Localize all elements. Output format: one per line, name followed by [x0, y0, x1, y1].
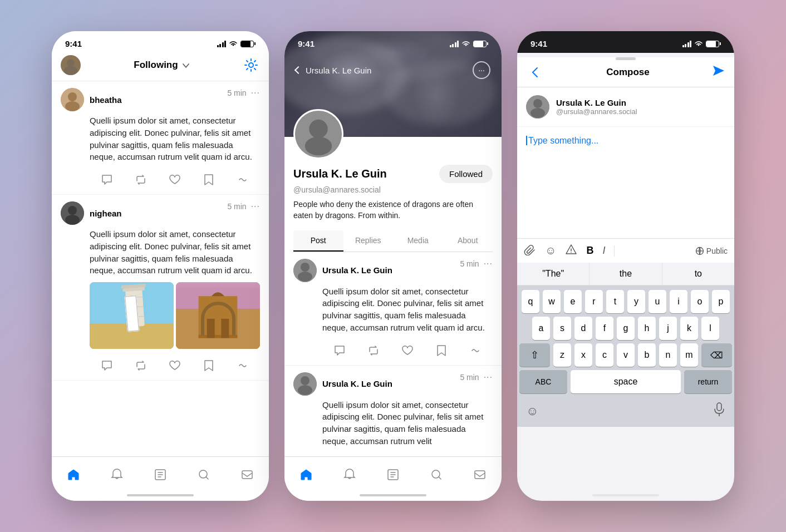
post-image-arc[interactable] [176, 282, 260, 349]
nav-inbox-1[interactable] [240, 468, 254, 481]
key-h[interactable]: h [638, 317, 656, 340]
p-bookmark-1[interactable] [433, 343, 450, 358]
autocomplete-the[interactable]: the [590, 263, 662, 285]
key-c[interactable]: c [596, 343, 613, 367]
key-y[interactable]: y [627, 290, 645, 313]
p-fav-1[interactable] [399, 343, 416, 358]
post-image-pisa[interactable] [90, 282, 174, 349]
bookmark-button-1[interactable] [200, 172, 218, 188]
profile-post-username-1: Ursula K. Le Guin [322, 265, 392, 275]
abc-key[interactable]: ABC [519, 370, 567, 393]
key-u[interactable]: u [649, 290, 666, 313]
tab-replies[interactable]: Replies [343, 230, 394, 252]
return-key[interactable]: return [684, 370, 732, 393]
key-t[interactable]: t [606, 290, 624, 313]
tab-media[interactable]: Media [393, 230, 443, 252]
favorite-button-1[interactable] [166, 172, 184, 188]
key-a[interactable]: a [532, 317, 550, 340]
italic-icon[interactable]: I [602, 245, 605, 257]
key-v[interactable]: v [617, 343, 635, 367]
compose-text-area[interactable]: Type something... [517, 127, 734, 238]
key-k[interactable]: k [680, 317, 698, 340]
nav-compose-1[interactable] [154, 468, 167, 481]
keyboard-mic-icon[interactable] [713, 402, 725, 420]
emoji-toolbar-icon[interactable]: ☺ [545, 244, 556, 257]
key-m[interactable]: m [680, 343, 698, 367]
nav-inbox-2[interactable] [473, 468, 487, 481]
key-b[interactable]: b [638, 343, 656, 367]
sb3-3 [687, 42, 689, 47]
key-f[interactable]: f [596, 317, 613, 340]
send-button[interactable] [712, 65, 725, 80]
post-meta-2: 5 min ··· [227, 201, 260, 211]
nav-compose-2[interactable] [386, 468, 400, 481]
tab-about[interactable]: About [443, 230, 493, 252]
tab-post[interactable]: Post [293, 230, 343, 252]
nav-notifications-2[interactable] [343, 468, 356, 481]
signal-bar-1 [217, 45, 219, 47]
key-e[interactable]: e [564, 290, 582, 313]
key-p[interactable]: p [712, 290, 730, 313]
key-n[interactable]: n [659, 343, 677, 367]
key-o[interactable]: o [691, 290, 709, 313]
reply-button-1[interactable] [98, 172, 116, 188]
feed-scroll[interactable]: bheatha 5 min ··· Quelli ipsum dolor sit… [52, 81, 269, 425]
settings-button[interactable] [242, 56, 260, 74]
compose-back-button[interactable] [526, 67, 544, 78]
profile-post-more-1[interactable]: ··· [484, 259, 493, 269]
attach-icon[interactable] [524, 243, 536, 258]
nav-search-1[interactable] [197, 468, 210, 481]
profile-post-avatar-1[interactable] [293, 259, 317, 282]
bold-icon[interactable]: B [586, 245, 593, 257]
key-r[interactable]: r [585, 290, 603, 313]
bookmark-button-2[interactable] [200, 358, 218, 373]
nav-search-2[interactable] [430, 468, 443, 481]
more-button-1[interactable] [234, 172, 252, 188]
p-more-1[interactable] [466, 343, 484, 358]
space-key[interactable]: space [571, 370, 681, 393]
key-w[interactable]: w [543, 290, 561, 313]
nav-notifications-1[interactable] [110, 468, 124, 481]
key-l[interactable]: l [701, 317, 719, 340]
visibility-button[interactable]: Public [695, 247, 728, 255]
key-x[interactable]: x [574, 343, 592, 367]
profile-more-button[interactable]: ··· [473, 61, 490, 79]
svg-rect-10 [90, 323, 174, 349]
profile-post-avatar-2[interactable] [293, 372, 317, 396]
key-d[interactable]: d [574, 317, 592, 340]
shift-key[interactable]: ⇧ [519, 343, 550, 367]
feed-user-avatar[interactable] [61, 55, 81, 75]
key-z[interactable]: z [553, 343, 571, 367]
user-avatar-bheatha[interactable] [61, 88, 84, 111]
key-s[interactable]: s [553, 317, 571, 340]
user-avatar-nighean[interactable] [61, 201, 84, 225]
autocomplete-to[interactable]: to [662, 263, 734, 285]
reply-button-2[interactable] [98, 358, 116, 373]
feed-title-wrap[interactable]: Following [134, 60, 189, 71]
favorite-button-2[interactable] [166, 358, 184, 373]
followed-button[interactable]: Followed [439, 165, 493, 183]
key-q[interactable]: q [522, 290, 539, 313]
post-more-1[interactable]: ··· [251, 88, 260, 98]
delete-key[interactable]: ⌫ [701, 343, 732, 367]
nav-home-2[interactable] [299, 468, 313, 481]
post-header-1: bheatha 5 min ··· [61, 88, 260, 111]
p-boost-1[interactable] [365, 343, 382, 358]
boost-button-2[interactable] [132, 358, 150, 373]
more-button-2[interactable] [234, 358, 252, 373]
key-i[interactable]: i [670, 290, 687, 313]
boost-button-1[interactable] [132, 172, 150, 188]
profile-avatar[interactable] [293, 109, 343, 159]
post-more-2[interactable]: ··· [251, 201, 260, 211]
warning-icon[interactable] [565, 243, 577, 258]
autocomplete-the-quoted[interactable]: "The" [517, 263, 590, 285]
profile-post-more-2[interactable]: ··· [484, 372, 493, 382]
svg-point-37 [301, 376, 310, 385]
p-reply-1[interactable] [331, 343, 348, 358]
keyboard-emoji-icon[interactable]: ☺ [526, 404, 538, 418]
nav-home-1[interactable] [67, 468, 80, 481]
key-g[interactable]: g [617, 317, 635, 340]
battery-fill-2 [474, 41, 483, 47]
key-j[interactable]: j [659, 317, 677, 340]
back-button[interactable]: Ursula K. Le Guin [296, 66, 371, 75]
